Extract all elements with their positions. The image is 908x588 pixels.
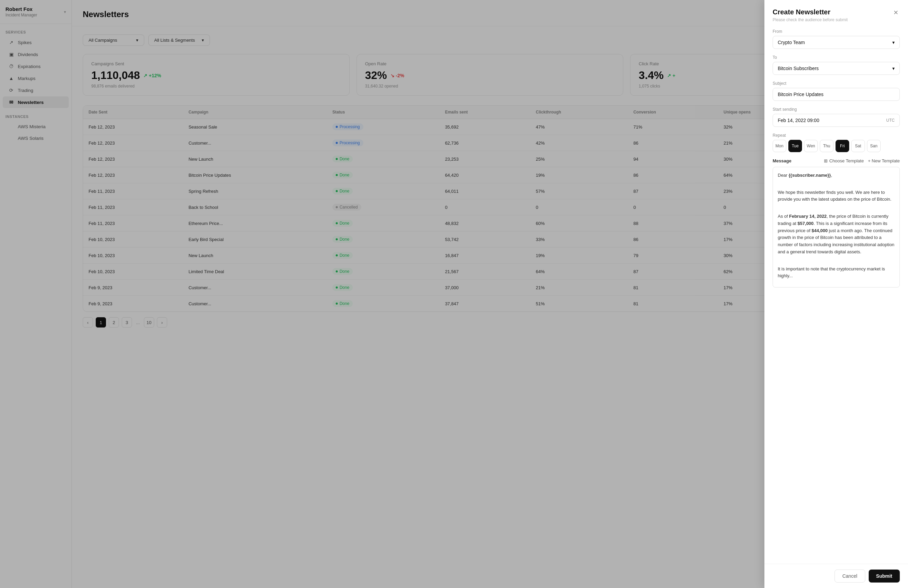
message-header: Message ⊞ Choose Template + New Template xyxy=(773,158,900,163)
to-select[interactable]: Bitcoin Subscribers ▾ xyxy=(773,62,900,75)
to-group: To Bitcoin Subscribers ▾ xyxy=(773,55,900,75)
subject-input[interactable] xyxy=(773,88,900,101)
message-body-text[interactable]: Dear {{subscriber.name}},We hope this ne… xyxy=(773,167,900,287)
days-row: MonTueWenThuFriSatSan xyxy=(773,140,900,152)
modal-subtitle: Please check the audience before submit xyxy=(773,18,847,22)
day-btn-tue[interactable]: Tue xyxy=(788,140,802,152)
day-btn-sat[interactable]: Sat xyxy=(851,140,865,152)
subject-group: Subject xyxy=(773,81,900,101)
from-select[interactable]: Crypto Team ▾ xyxy=(773,36,900,49)
choose-template-button[interactable]: ⊞ Choose Template xyxy=(824,158,864,163)
to-label: To xyxy=(773,55,900,60)
day-btn-mon[interactable]: Mon xyxy=(773,140,786,152)
timezone-label: UTC xyxy=(886,118,895,123)
start-sending-label: Start sending xyxy=(773,107,900,112)
modal-overlay: Create Newsletter Please check the audie… xyxy=(0,0,908,588)
modal-footer: Cancel Submit xyxy=(765,564,908,588)
day-btn-fri[interactable]: Fri xyxy=(836,140,849,152)
chevron-down-icon: ▾ xyxy=(892,40,895,45)
message-group: Message ⊞ Choose Template + New Template… xyxy=(773,158,900,287)
from-label: From xyxy=(773,29,900,34)
to-value: Bitcoin Subscribers xyxy=(778,66,819,71)
from-group: From Crypto Team ▾ xyxy=(773,29,900,49)
day-btn-thu[interactable]: Thu xyxy=(820,140,834,152)
day-btn-wen[interactable]: Wen xyxy=(804,140,818,152)
message-actions: ⊞ Choose Template + New Template xyxy=(824,158,900,163)
modal-header: Create Newsletter Please check the audie… xyxy=(765,0,908,22)
modal-body: From Crypto Team ▾ To Bitcoin Subscriber… xyxy=(765,22,908,564)
start-date-value: Feb 14, 2022 09:00 xyxy=(778,118,819,123)
start-date-picker[interactable]: Feb 14, 2022 09:00 UTC xyxy=(773,114,900,127)
start-sending-group: Start sending Feb 14, 2022 09:00 UTC xyxy=(773,107,900,127)
create-newsletter-modal: Create Newsletter Please check the audie… xyxy=(765,0,908,588)
from-value: Crypto Team xyxy=(778,40,805,45)
submit-button[interactable]: Submit xyxy=(869,570,900,583)
template-icon: ⊞ xyxy=(824,158,828,163)
new-template-button[interactable]: + New Template xyxy=(868,158,900,163)
repeat-label: Repeat xyxy=(773,133,900,138)
subject-label: Subject xyxy=(773,81,900,86)
modal-title: Create Newsletter xyxy=(773,8,847,16)
message-label: Message xyxy=(773,158,791,163)
chevron-down-icon: ▾ xyxy=(892,66,895,71)
day-btn-san[interactable]: San xyxy=(867,140,881,152)
modal-close-button[interactable]: ✕ xyxy=(892,8,900,17)
cancel-button[interactable]: Cancel xyxy=(834,570,865,583)
repeat-group: Repeat MonTueWenThuFriSatSan xyxy=(773,133,900,152)
